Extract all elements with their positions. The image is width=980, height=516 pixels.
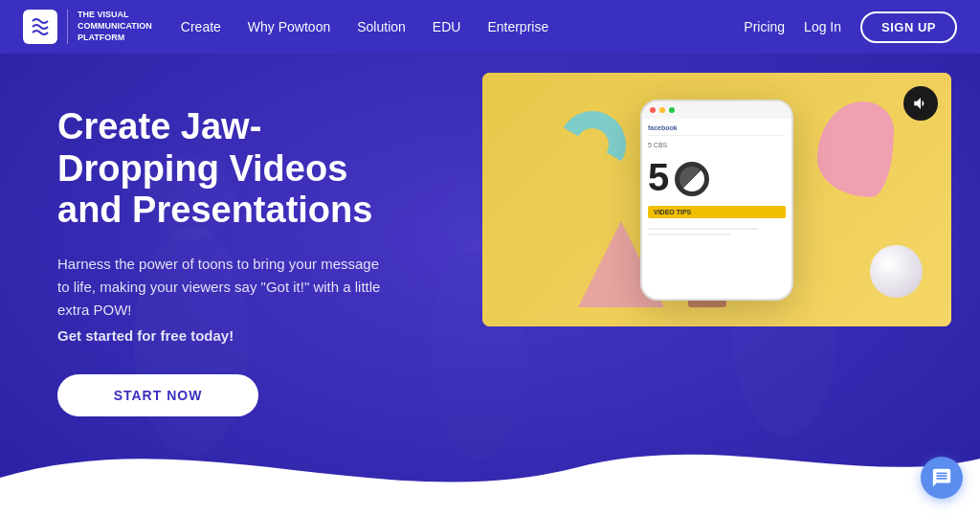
video-placeholder: facebook 5 CBS 5 VIDEO TIPS bbox=[482, 73, 951, 326]
hero-left-content: Create Jaw-Dropping Videos and Presentat… bbox=[0, 54, 440, 516]
phone-number-area: 5 bbox=[648, 158, 786, 196]
phone-circle-chart bbox=[675, 162, 709, 196]
phone-top-bar bbox=[642, 101, 791, 119]
powtoon-logo[interactable] bbox=[23, 10, 57, 44]
nav-edu[interactable]: EDU bbox=[433, 19, 461, 34]
start-now-button[interactable]: START NOW bbox=[57, 374, 258, 416]
shape-arch bbox=[546, 99, 638, 191]
dot-green bbox=[669, 107, 675, 113]
logo-area: THE VISUAL COMMUNICATION PLATFORM bbox=[23, 10, 152, 44]
phone-small-text: 5 CBS bbox=[648, 142, 786, 148]
hero-video-area[interactable]: facebook 5 CBS 5 VIDEO TIPS bbox=[482, 73, 951, 326]
phone-mockup: facebook 5 CBS 5 VIDEO TIPS bbox=[640, 100, 793, 301]
nav-solution[interactable]: Solution bbox=[357, 19, 406, 34]
dot-red bbox=[650, 107, 656, 113]
phone-content: facebook 5 CBS 5 VIDEO TIPS bbox=[642, 119, 791, 299]
phone-bottom-line2 bbox=[648, 234, 730, 236]
dot-yellow bbox=[659, 107, 665, 113]
hero-section: Create Jaw-Dropping Videos and Presentat… bbox=[0, 54, 980, 516]
logo-tagline: THE VISUAL COMMUNICATION PLATFORM bbox=[67, 10, 152, 43]
signup-button[interactable]: SIGN UP bbox=[860, 11, 957, 43]
phone-label-bar: VIDEO TIPS bbox=[648, 206, 786, 218]
navbar: THE VISUAL COMMUNICATION PLATFORM Create… bbox=[0, 0, 980, 54]
nav-right: Pricing Log In SIGN UP bbox=[744, 11, 957, 43]
hero-subtitle: Harness the power of toons to bring your… bbox=[57, 253, 383, 322]
nav-pricing[interactable]: Pricing bbox=[744, 19, 785, 34]
shape-sphere bbox=[870, 245, 923, 298]
shape-blob bbox=[817, 101, 894, 197]
volume-button[interactable] bbox=[903, 86, 938, 121]
nav-links: Create Why Powtoon Solution EDU Enterpri… bbox=[181, 19, 744, 34]
nav-login[interactable]: Log In bbox=[804, 19, 841, 34]
chat-bubble[interactable] bbox=[921, 457, 963, 499]
phone-divider bbox=[648, 135, 786, 136]
hero-title: Create Jaw-Dropping Videos and Presentat… bbox=[57, 106, 392, 232]
phone-bottom-line bbox=[648, 228, 758, 230]
nav-why-powtoon[interactable]: Why Powtoon bbox=[248, 19, 330, 34]
phone-big-number: 5 bbox=[648, 158, 669, 196]
phone-fb-header: facebook bbox=[648, 124, 786, 131]
nav-enterprise[interactable]: Enterprise bbox=[487, 19, 548, 34]
hero-cta-text: Get started for free today! bbox=[57, 327, 392, 344]
nav-create[interactable]: Create bbox=[181, 19, 221, 34]
